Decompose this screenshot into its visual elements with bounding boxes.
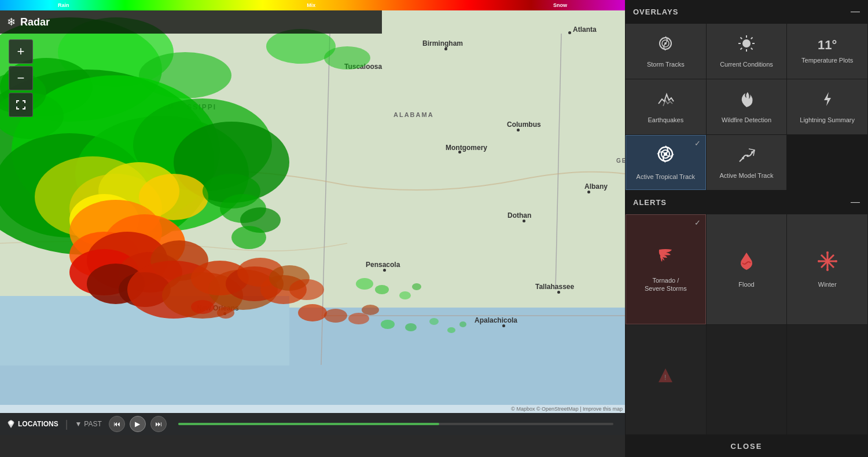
overlay-temperature-plots[interactable]: 11° Temperature Plots xyxy=(787,24,867,79)
alert-tornado-severe[interactable]: ✓ Tornado /Severe Storms xyxy=(626,214,706,324)
flood-icon xyxy=(735,250,757,277)
overlays-header: OVERLAYS — xyxy=(625,0,868,23)
right-panel: OVERLAYS — Storm Tracks xyxy=(625,0,868,457)
lightning-icon xyxy=(818,90,837,112)
svg-line-72 xyxy=(740,48,742,50)
city-label-dothan: Dothan xyxy=(507,211,531,220)
svg-point-84 xyxy=(826,251,829,254)
city-dot-neworleans xyxy=(223,312,226,315)
overlay-active-model-track[interactable]: Active Model Track xyxy=(707,135,787,190)
model-track-icon xyxy=(737,145,756,168)
alert-extra-3[interactable] xyxy=(787,325,867,434)
overlay-storm-tracks[interactable]: Storm Tracks xyxy=(626,24,706,79)
bottom-bar: LOCATIONS | ▼ PAST ⏮ ▶ ⏭ xyxy=(0,413,625,435)
app-logo: ❄ xyxy=(7,16,16,28)
svg-point-78 xyxy=(751,151,753,153)
zoom-in-button[interactable]: + xyxy=(9,39,33,64)
svg-line-69 xyxy=(740,37,742,39)
city-label-pensacola: Pensacola xyxy=(366,261,400,269)
alerts-header: ALERTS — xyxy=(625,191,868,214)
svg-point-86 xyxy=(818,260,820,262)
overlays-grid: Storm Tracks Current Conditions xyxy=(625,23,868,191)
location-pin-icon xyxy=(7,420,15,428)
dropdown-arrow: ▼ xyxy=(75,420,82,428)
temperature-plots-label: Temperature Plots xyxy=(801,56,853,64)
storm-tracks-icon xyxy=(656,34,675,57)
tornado-checkmark: ✓ xyxy=(694,218,701,227)
alert-extra-2[interactable] xyxy=(707,325,787,434)
overlay-earthquakes[interactable]: Earthquakes xyxy=(626,79,706,134)
city-label-apalachicola: Apalachicola xyxy=(475,316,517,324)
state-label-mississippi: M SSIPPI xyxy=(168,103,216,111)
progress-bar-container[interactable] xyxy=(178,423,613,425)
map-attribution: © Mapbox © OpenStreetMap | Improve this … xyxy=(0,405,625,413)
wildfire-icon xyxy=(737,90,756,112)
city-label-tallahassee: Tallahassee xyxy=(535,283,574,291)
alert-winter[interactable]: Winter xyxy=(787,214,867,324)
earthquakes-icon xyxy=(656,90,675,112)
tropical-track-checkmark: ✓ xyxy=(694,139,701,148)
city-label-birmingham: Birmingham xyxy=(422,39,463,47)
locations-button[interactable]: LOCATIONS xyxy=(7,420,58,428)
overlay-wildfire-detection[interactable]: Wildfire Detection xyxy=(707,79,787,134)
overlay-active-tropical-track[interactable]: ✓ Active Tropical Track xyxy=(626,135,706,190)
svg-point-83 xyxy=(826,259,829,263)
svg-point-64 xyxy=(742,39,751,47)
current-conditions-label: Current Conditions xyxy=(720,60,773,68)
winter-label: Winter xyxy=(818,280,837,288)
winter-icon xyxy=(816,250,838,277)
state-label-alabama: ALABAMA xyxy=(393,111,434,118)
city-dot-atlanta xyxy=(568,31,571,34)
color-bar-rain: Rain xyxy=(58,2,69,8)
alerts-collapse-button[interactable]: — xyxy=(851,197,860,207)
city-label-columbus: Columbus xyxy=(507,120,541,129)
city-label-montgomery: Montgomery xyxy=(446,144,487,152)
color-bar-mix: Mix xyxy=(307,2,315,8)
alert-extra-1[interactable]: ! xyxy=(626,325,706,434)
tornado-icon xyxy=(654,246,676,273)
close-label: CLOSE xyxy=(731,442,763,451)
city-dot-dothan xyxy=(523,220,525,222)
city-dot-birmingham xyxy=(444,47,447,50)
city-label-atlanta: Atlanta xyxy=(573,25,597,34)
svg-point-76 xyxy=(742,157,744,159)
color-bar: Rain Mix Snow xyxy=(0,0,625,10)
svg-line-70 xyxy=(751,48,753,50)
temperature-badge: 11° xyxy=(818,38,837,53)
zoom-out-button[interactable]: − xyxy=(9,66,33,90)
past-button[interactable]: ▼ PAST xyxy=(75,420,101,428)
alert-flood[interactable]: Flood xyxy=(707,214,787,324)
city-label-neworleans: New Orleans xyxy=(197,304,239,312)
svg-point-87 xyxy=(835,260,837,262)
tornado-label: Tornado /Severe Storms xyxy=(645,276,687,293)
overlay-lightning-summary[interactable]: Lightning Summary xyxy=(787,79,867,134)
alert-extra-1-icon: ! xyxy=(656,366,675,389)
city-label-tuscaloosa: Tuscaloosa xyxy=(344,63,382,71)
map-area[interactable]: Atlanta Birmingham Tuscaloosa Augusta Ma… xyxy=(0,0,625,435)
city-dot-apalachicola xyxy=(502,324,505,327)
past-label: PAST xyxy=(84,420,101,428)
expand-button[interactable] xyxy=(9,93,33,117)
map-controls: + − xyxy=(9,39,33,117)
overlays-collapse-button[interactable]: — xyxy=(851,6,860,17)
storm-tracks-label: Storm Tracks xyxy=(647,60,685,68)
play-button[interactable]: ▶ xyxy=(130,416,146,432)
tropical-track-icon xyxy=(655,144,676,169)
tropical-track-label: Active Tropical Track xyxy=(637,173,695,181)
city-dot-pensacola xyxy=(383,269,386,272)
skip-forward-button[interactable]: ⏭ xyxy=(150,416,167,432)
alerts-section: ALERTS — ✓ Tornado /Severe Storms xyxy=(625,191,868,435)
model-track-label: Active Model Track xyxy=(720,171,774,180)
skip-back-button[interactable]: ⏮ xyxy=(109,416,125,432)
svg-point-85 xyxy=(826,269,829,271)
alerts-title: ALERTS xyxy=(633,198,667,207)
earthquakes-label: Earthquakes xyxy=(648,116,683,124)
svg-text:!: ! xyxy=(664,374,666,382)
overlay-current-conditions[interactable]: Current Conditions xyxy=(707,24,787,79)
close-bar[interactable]: CLOSE xyxy=(625,435,868,457)
wildfire-detection-label: Wildfire Detection xyxy=(722,116,771,124)
coastal-water xyxy=(0,296,289,365)
app-title: Radar xyxy=(20,16,50,28)
lightning-summary-label: Lightning Summary xyxy=(800,116,855,124)
city-dot-albany xyxy=(587,191,590,193)
